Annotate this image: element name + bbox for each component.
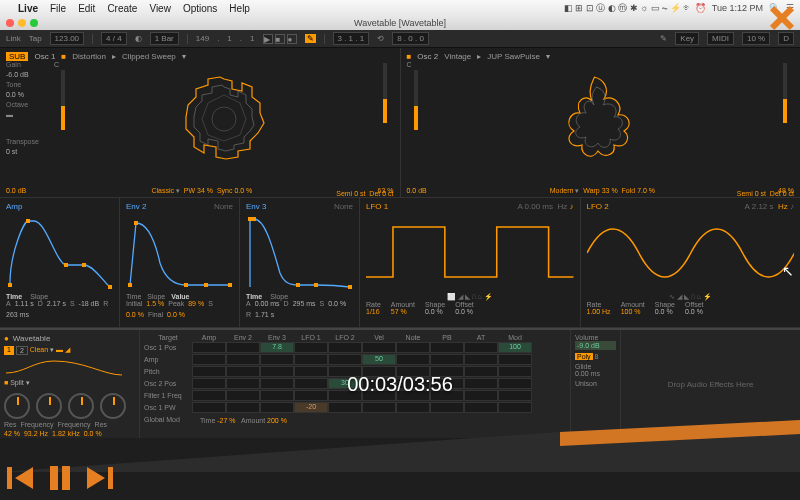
- lfo2-rate[interactable]: 1.00 Hz: [587, 308, 611, 315]
- menu-create[interactable]: Create: [107, 3, 137, 14]
- osc2-semi[interactable]: 0 st: [755, 190, 766, 197]
- res2-value[interactable]: 0.0 %: [84, 430, 102, 437]
- osc1-mode[interactable]: Classic: [151, 187, 174, 194]
- env3-graph[interactable]: [246, 213, 353, 291]
- filter-type[interactable]: Clean: [30, 346, 48, 355]
- player-prev-button[interactable]: [0, 458, 40, 498]
- res1-knob[interactable]: [4, 393, 30, 419]
- lfo1-offset[interactable]: 0.0 %: [455, 308, 473, 315]
- env2-sustain[interactable]: 0.0 %: [126, 311, 144, 318]
- transpose-value[interactable]: 0 st: [6, 148, 48, 155]
- minimize-window-button[interactable]: [18, 19, 26, 27]
- osc2-fold[interactable]: 7.0 %: [637, 187, 655, 194]
- osc1-level-slider[interactable]: [383, 63, 387, 123]
- env3-decay[interactable]: 295 ms: [293, 300, 316, 307]
- osc2-position-slider[interactable]: [414, 70, 418, 130]
- audio-effects-drop[interactable]: Drop Audio Effects Here: [620, 330, 800, 438]
- osc1-det[interactable]: 0 ct: [382, 190, 393, 197]
- matrix-cell[interactable]: 7.8: [260, 342, 294, 353]
- overdub-button[interactable]: ✎: [305, 34, 316, 43]
- quantize-menu[interactable]: 1 Bar: [150, 32, 179, 45]
- position-bar[interactable]: 149: [196, 34, 209, 43]
- close-window-button[interactable]: [6, 19, 14, 27]
- stop-button[interactable]: ■: [275, 34, 285, 44]
- res2-knob[interactable]: [100, 393, 126, 419]
- amp-decay[interactable]: 2.17 s: [47, 300, 66, 307]
- metronome-button[interactable]: ◐: [135, 34, 142, 43]
- osc2-left-db[interactable]: 0.0 dB: [407, 187, 427, 194]
- osc2-det[interactable]: 0 ct: [783, 190, 794, 197]
- env2-graph[interactable]: [126, 213, 233, 291]
- lfo1-hz[interactable]: Hz: [557, 202, 567, 211]
- osc-tab-1[interactable]: 1: [4, 346, 14, 355]
- volume-value[interactable]: -9.0 dB: [575, 341, 616, 350]
- play-button[interactable]: ▶: [263, 34, 273, 44]
- global-time[interactable]: -27 %: [217, 417, 235, 424]
- osc1-sync[interactable]: 0.0 %: [234, 187, 252, 194]
- freq1-value[interactable]: 93.2 Hz: [24, 430, 48, 437]
- lfo1-rate[interactable]: 1/16: [366, 308, 380, 315]
- env2-final[interactable]: 0.0 %: [167, 311, 185, 318]
- menu-view[interactable]: View: [149, 3, 171, 14]
- gain-value[interactable]: -6.0 dB: [6, 71, 48, 78]
- loop-start[interactable]: 3 . 1 . 1: [333, 32, 370, 45]
- lfo1-attack[interactable]: 0.00 ms: [525, 202, 553, 211]
- poly-button[interactable]: Poly: [575, 353, 593, 360]
- env2-target[interactable]: None: [214, 202, 233, 211]
- link-button[interactable]: Link: [6, 34, 21, 43]
- freq2-knob[interactable]: [68, 393, 94, 419]
- osc2-level-slider[interactable]: [783, 63, 787, 123]
- osc1-preset[interactable]: Clipped Sweep: [122, 52, 176, 61]
- tone-value[interactable]: 0.0 %: [6, 91, 48, 98]
- global-amount[interactable]: 200 %: [267, 417, 287, 424]
- overlay-close-button[interactable]: [764, 0, 800, 36]
- lfo2-hz[interactable]: Hz: [778, 202, 788, 211]
- loop-length[interactable]: 8 . 0 . 0: [392, 32, 429, 45]
- env3-target[interactable]: None: [334, 202, 353, 211]
- res1-value[interactable]: 42 %: [4, 430, 20, 437]
- position-sixteenth[interactable]: 1: [250, 34, 254, 43]
- lfo2-attack[interactable]: 2.12 s: [752, 202, 774, 211]
- lfo1-graph[interactable]: [366, 213, 574, 291]
- zoom-window-button[interactable]: [30, 19, 38, 27]
- osc1-category[interactable]: Distortion: [72, 52, 106, 61]
- record-button[interactable]: ●: [287, 34, 297, 44]
- lfo2-offset[interactable]: 0.0 %: [685, 308, 703, 315]
- amp-attack[interactable]: 1.11 s: [15, 300, 34, 307]
- tempo-field[interactable]: 123.00: [50, 32, 84, 45]
- menu-help[interactable]: Help: [229, 3, 250, 14]
- glide-value[interactable]: 0.00 ms: [575, 370, 616, 377]
- lfo1-sync[interactable]: ♪: [570, 202, 574, 211]
- app-name[interactable]: Live: [18, 3, 38, 14]
- osc1-left-db[interactable]: 0.0 dB: [6, 187, 26, 194]
- routing[interactable]: Split: [10, 379, 24, 386]
- player-pause-button[interactable]: [40, 458, 80, 498]
- env2-peak[interactable]: 89 %: [188, 300, 204, 307]
- time-signature[interactable]: 4 / 4: [101, 32, 127, 45]
- menu-options[interactable]: Options: [183, 3, 217, 14]
- menu-edit[interactable]: Edit: [78, 3, 95, 14]
- osc1-semi[interactable]: 0 st: [354, 190, 365, 197]
- osc2-category[interactable]: Vintage: [444, 52, 471, 61]
- osc-tab-2[interactable]: 2: [16, 346, 28, 355]
- osc2-mode[interactable]: Modern: [550, 187, 574, 194]
- env3-sustain[interactable]: 0.0 %: [328, 300, 346, 307]
- amp-envelope-graph[interactable]: [6, 213, 113, 291]
- lfo1-shape[interactable]: 0.0 %: [425, 308, 443, 315]
- osc1-wavetable-display[interactable]: [78, 61, 370, 176]
- loop-button[interactable]: ⟲: [377, 34, 384, 43]
- menu-file[interactable]: File: [50, 3, 66, 14]
- draw-mode[interactable]: ✎: [660, 34, 667, 43]
- osc2-wavetable-display[interactable]: [431, 61, 771, 176]
- menubar-clock[interactable]: Tue 1:12 PM: [712, 3, 763, 13]
- env2-initial[interactable]: 1.5 %: [146, 300, 164, 307]
- key-button[interactable]: Key: [675, 32, 699, 45]
- tap-button[interactable]: Tap: [29, 34, 42, 43]
- lfo2-sync[interactable]: ♪: [790, 202, 794, 211]
- freq1-knob[interactable]: [36, 393, 62, 419]
- lfo2-graph[interactable]: [587, 213, 795, 291]
- osc2-preset[interactable]: JUP SawPulse: [487, 52, 540, 61]
- env3-release[interactable]: 1.71 s: [255, 311, 274, 318]
- freq2-value[interactable]: 1.82 kHz: [52, 430, 80, 437]
- amp-release[interactable]: 263 ms: [6, 311, 29, 318]
